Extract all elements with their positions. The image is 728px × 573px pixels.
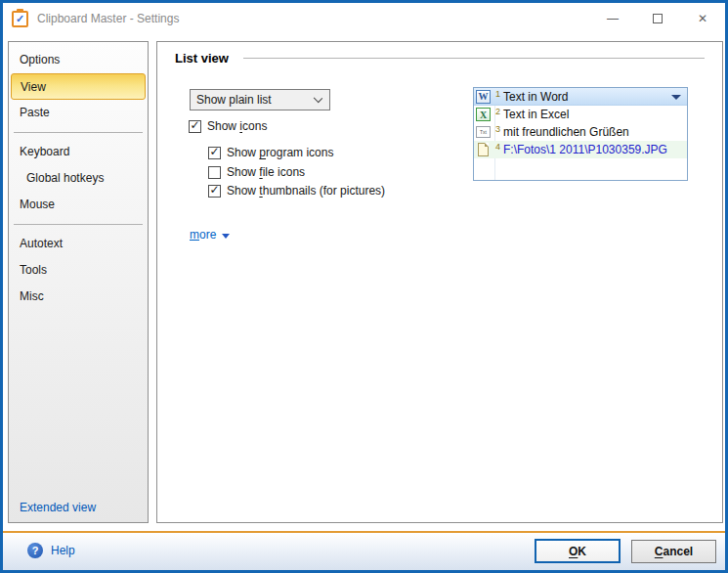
minimize-button[interactable]: — <box>590 3 635 34</box>
check-icon: ✓ <box>190 119 199 131</box>
clip-text: Text in Excel <box>503 108 569 121</box>
checkbox-label: Show file icons <box>227 165 305 179</box>
sidebar: Options View Paste Keyboard Global hotke… <box>8 41 149 523</box>
sidebar-item-autotext[interactable]: Autotext <box>9 231 148 257</box>
maximize-button[interactable] <box>635 3 680 34</box>
chevron-down-icon <box>314 94 322 103</box>
help-label: Help <box>51 544 75 557</box>
sidebar-item-misc[interactable]: Misc <box>9 284 148 310</box>
word-icon: W <box>476 90 491 104</box>
more-arrow-icon <box>222 234 230 239</box>
checkbox-show-program-icons[interactable]: ✓ Show program icons <box>208 146 333 159</box>
list-item[interactable]: W 1 Text in Word <box>474 88 687 106</box>
section-divider <box>243 58 705 59</box>
section-title: List view <box>175 51 229 66</box>
sidebar-item-mouse[interactable]: Mouse <box>9 192 148 218</box>
clip-text: mit freundlichen Grüßen <box>503 125 629 139</box>
picture-file-icon <box>478 143 489 156</box>
clip-number: 4 <box>495 142 500 152</box>
app-icon: ✓ <box>12 11 28 27</box>
sidebar-item-keyboard[interactable]: Keyboard <box>9 139 148 165</box>
checkbox-box: ✓ <box>189 120 201 133</box>
preview-list: W 1 Text in Word X 2 Text in Excel Txt 3… <box>473 87 688 181</box>
checkbox-label: Show icons <box>207 119 267 133</box>
checkbox-show-file-icons[interactable]: Show file icons <box>208 165 305 179</box>
excel-icon: X <box>476 108 491 121</box>
list-item[interactable]: 4 F:\Fotos\1 2011\P1030359.JPG <box>474 141 687 158</box>
more-link[interactable]: more <box>190 228 230 242</box>
title-bar: ✓ Clipboard Master - Settings — ✕ <box>3 3 725 34</box>
checkbox-label: Show program icons <box>227 146 333 159</box>
text-file-icon: Txt <box>476 126 491 138</box>
close-button[interactable]: ✕ <box>680 3 725 34</box>
checkbox-box: ✓ <box>208 147 221 159</box>
footer: ? Help OK Cancel <box>3 533 725 570</box>
list-type-dropdown[interactable]: Show plain list <box>190 89 330 110</box>
clip-text: Text in Word <box>503 90 568 104</box>
checkbox-show-icons[interactable]: ✓ Show icons <box>189 119 267 133</box>
extended-view-link[interactable]: Extended view <box>20 501 96 514</box>
sidebar-item-global-hotkeys[interactable]: Global hotkeys <box>9 165 148 192</box>
clip-number: 2 <box>495 107 500 116</box>
list-item[interactable]: Txt 3 mit freundlichen Grüßen <box>474 123 687 141</box>
sidebar-item-tools[interactable]: Tools <box>9 257 148 284</box>
checkbox-label: Show thumbnails (for pictures) <box>227 184 385 198</box>
dropdown-arrow-icon <box>671 95 681 100</box>
check-icon: ✓ <box>209 146 219 157</box>
window-controls: — ✕ <box>590 3 725 34</box>
window-body: ✓ Clipboard Master - Settings — ✕ Option… <box>3 3 725 570</box>
clip-number: 3 <box>495 124 500 134</box>
sidebar-item-paste[interactable]: Paste <box>9 100 148 126</box>
checkbox-box <box>208 166 221 179</box>
ok-button[interactable]: OK <box>535 539 621 563</box>
sidebar-separator <box>14 224 143 225</box>
list-item[interactable]: X 2 Text in Excel <box>474 106 687 123</box>
clip-text: F:\Fotos\1 2011\P1030359.JPG <box>503 143 667 156</box>
sidebar-item-view[interactable]: View <box>11 73 146 100</box>
sidebar-item-options[interactable]: Options <box>9 47 148 73</box>
help-icon: ? <box>27 543 43 558</box>
app-check-icon: ✓ <box>16 14 24 24</box>
checkbox-box: ✓ <box>208 185 221 198</box>
main-panel: List view Show plain list ✓ Show icons ✓… <box>156 41 723 523</box>
cancel-button[interactable]: Cancel <box>631 540 716 563</box>
window-title: Clipboard Master - Settings <box>37 12 179 25</box>
checkbox-show-thumbnails[interactable]: ✓ Show thumbnails (for pictures) <box>208 184 385 198</box>
check-icon: ✓ <box>209 184 219 196</box>
more-label: more <box>190 228 216 242</box>
maximize-icon <box>653 14 663 23</box>
settings-window: ✓ Clipboard Master - Settings — ✕ Option… <box>0 0 728 573</box>
dropdown-value: Show plain list <box>196 93 272 107</box>
help-link[interactable]: ? Help <box>27 543 75 558</box>
sidebar-separator <box>14 132 143 133</box>
clip-number: 1 <box>495 89 500 99</box>
